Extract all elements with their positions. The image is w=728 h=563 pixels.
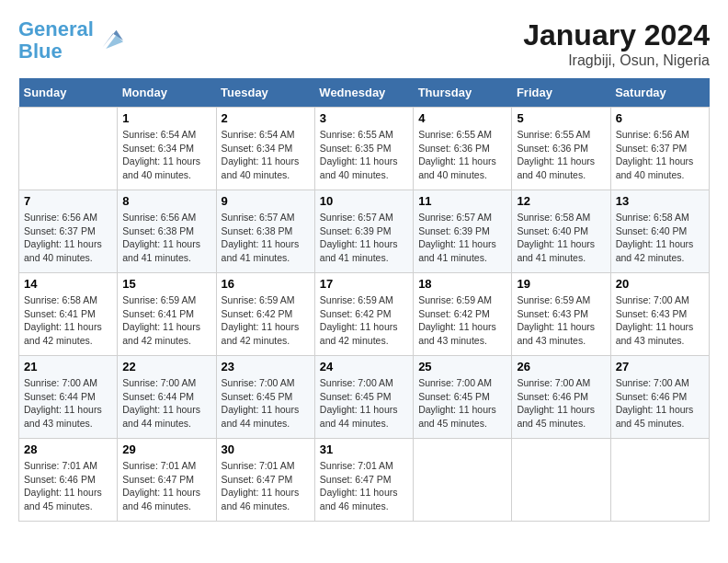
sunset-text: Sunset: 6:37 PM: [616, 142, 704, 155]
day-number: 24: [320, 360, 408, 373]
calendar-cell: 19Sunrise: 6:59 AMSunset: 6:43 PMDayligh…: [512, 273, 610, 356]
daylight-text: Daylight: 11 hours and 42 minutes.: [616, 237, 704, 264]
weekday-header-row: SundayMondayTuesdayWednesdayThursdayFrid…: [19, 78, 710, 108]
logo: General Blue: [18, 18, 123, 63]
day-number: 17: [320, 277, 408, 291]
day-number: 1: [122, 111, 210, 125]
sunset-text: Sunset: 6:38 PM: [222, 224, 310, 238]
day-info: Sunrise: 6:56 AMSunset: 6:37 PMDaylight:…: [616, 128, 704, 182]
page-header: General Blue January 2024 Iragbiji, Osun…: [18, 18, 710, 69]
daylight-text: Daylight: 11 hours and 40 minutes.: [418, 155, 506, 181]
sunset-text: Sunset: 6:45 PM: [320, 390, 408, 404]
week-row-5: 28Sunrise: 7:01 AMSunset: 6:46 PMDayligh…: [19, 439, 710, 522]
calendar-cell: 18Sunrise: 6:59 AMSunset: 6:42 PMDayligh…: [414, 273, 512, 356]
calendar-cell: 23Sunrise: 7:00 AMSunset: 6:45 PMDayligh…: [216, 356, 314, 439]
sunset-text: Sunset: 6:42 PM: [222, 307, 310, 321]
calendar-cell: 29Sunrise: 7:01 AMSunset: 6:47 PMDayligh…: [118, 439, 216, 522]
day-info: Sunrise: 6:58 AMSunset: 6:40 PMDaylight:…: [517, 211, 605, 265]
day-info: Sunrise: 6:55 AMSunset: 6:35 PMDaylight:…: [320, 128, 408, 182]
day-number: 20: [616, 277, 704, 291]
sunrise-text: Sunrise: 6:54 AM: [122, 128, 210, 142]
day-info: Sunrise: 7:00 AMSunset: 6:44 PMDaylight:…: [122, 376, 210, 431]
day-info: Sunrise: 6:59 AMSunset: 6:42 PMDaylight:…: [320, 293, 408, 348]
sunrise-text: Sunrise: 6:55 AM: [418, 128, 506, 142]
calendar-cell: 13Sunrise: 6:58 AMSunset: 6:40 PMDayligh…: [610, 190, 709, 273]
sunrise-text: Sunrise: 7:00 AM: [320, 376, 408, 390]
calendar-cell: [414, 439, 512, 522]
sunset-text: Sunset: 6:45 PM: [222, 390, 310, 404]
day-info: Sunrise: 7:00 AMSunset: 6:46 PMDaylight:…: [616, 376, 704, 431]
daylight-text: Daylight: 11 hours and 43 minutes.: [24, 403, 112, 430]
day-number: 30: [222, 442, 310, 456]
daylight-text: Daylight: 11 hours and 42 minutes.: [320, 320, 408, 347]
day-info: Sunrise: 7:00 AMSunset: 6:45 PMDaylight:…: [418, 376, 506, 431]
day-info: Sunrise: 6:54 AMSunset: 6:34 PMDaylight:…: [222, 128, 310, 182]
daylight-text: Daylight: 11 hours and 46 minutes.: [222, 486, 310, 512]
sunrise-text: Sunrise: 7:01 AM: [320, 459, 408, 473]
sunrise-text: Sunrise: 7:01 AM: [24, 459, 112, 473]
sunrise-text: Sunrise: 6:59 AM: [222, 293, 310, 307]
day-number: 16: [222, 277, 310, 291]
calendar-cell: 25Sunrise: 7:00 AMSunset: 6:45 PMDayligh…: [414, 356, 512, 439]
calendar-cell: 17Sunrise: 6:59 AMSunset: 6:42 PMDayligh…: [314, 273, 413, 356]
calendar-cell: 14Sunrise: 6:58 AMSunset: 6:41 PMDayligh…: [19, 273, 118, 356]
calendar-cell: 5Sunrise: 6:55 AMSunset: 6:36 PMDaylight…: [512, 108, 610, 190]
daylight-text: Daylight: 11 hours and 44 minutes.: [320, 403, 408, 430]
sunrise-text: Sunrise: 6:56 AM: [24, 211, 112, 224]
daylight-text: Daylight: 11 hours and 41 minutes.: [222, 237, 310, 264]
sunset-text: Sunset: 6:41 PM: [24, 307, 112, 321]
day-info: Sunrise: 6:59 AMSunset: 6:41 PMDaylight:…: [122, 293, 210, 348]
day-number: 27: [616, 360, 704, 373]
sunset-text: Sunset: 6:45 PM: [418, 390, 506, 404]
sunrise-text: Sunrise: 7:01 AM: [222, 459, 310, 473]
sunrise-text: Sunrise: 6:57 AM: [320, 211, 408, 224]
sunset-text: Sunset: 6:37 PM: [24, 224, 112, 238]
sunrise-text: Sunrise: 6:58 AM: [24, 293, 112, 307]
day-number: 9: [222, 194, 310, 208]
daylight-text: Daylight: 11 hours and 45 minutes.: [24, 486, 112, 512]
sunrise-text: Sunrise: 7:00 AM: [24, 376, 112, 390]
day-number: 28: [24, 442, 112, 456]
sunset-text: Sunset: 6:44 PM: [24, 390, 112, 404]
weekday-header-thursday: Thursday: [414, 78, 512, 108]
sunrise-text: Sunrise: 6:56 AM: [122, 211, 210, 224]
daylight-text: Daylight: 11 hours and 40 minutes.: [24, 237, 112, 264]
day-number: 14: [24, 277, 112, 291]
sunset-text: Sunset: 6:44 PM: [122, 390, 210, 404]
calendar-cell: 31Sunrise: 7:01 AMSunset: 6:47 PMDayligh…: [314, 439, 413, 522]
day-number: 23: [222, 360, 310, 373]
week-row-1: 1Sunrise: 6:54 AMSunset: 6:34 PMDaylight…: [19, 108, 710, 190]
day-info: Sunrise: 7:01 AMSunset: 6:46 PMDaylight:…: [24, 459, 112, 513]
sunset-text: Sunset: 6:35 PM: [320, 142, 408, 155]
daylight-text: Daylight: 11 hours and 41 minutes.: [320, 237, 408, 264]
sunrise-text: Sunrise: 6:59 AM: [122, 293, 210, 307]
sunset-text: Sunset: 6:34 PM: [222, 142, 310, 155]
day-number: 21: [24, 360, 112, 373]
calendar-cell: 21Sunrise: 7:00 AMSunset: 6:44 PMDayligh…: [19, 356, 118, 439]
sunset-text: Sunset: 6:43 PM: [517, 307, 605, 321]
week-row-2: 7Sunrise: 6:56 AMSunset: 6:37 PMDaylight…: [19, 190, 710, 273]
sunrise-text: Sunrise: 7:00 AM: [222, 376, 310, 390]
day-number: 31: [320, 442, 408, 456]
logo-icon: [96, 27, 123, 54]
day-number: 18: [418, 277, 506, 291]
sunrise-text: Sunrise: 7:00 AM: [418, 376, 506, 390]
day-info: Sunrise: 7:01 AMSunset: 6:47 PMDaylight:…: [320, 459, 408, 513]
calendar-cell: 20Sunrise: 7:00 AMSunset: 6:43 PMDayligh…: [610, 273, 709, 356]
day-info: Sunrise: 6:57 AMSunset: 6:39 PMDaylight:…: [320, 211, 408, 265]
weekday-header-saturday: Saturday: [610, 78, 709, 108]
day-info: Sunrise: 7:01 AMSunset: 6:47 PMDaylight:…: [222, 459, 310, 513]
calendar-cell: 24Sunrise: 7:00 AMSunset: 6:45 PMDayligh…: [314, 356, 413, 439]
day-info: Sunrise: 7:00 AMSunset: 6:44 PMDaylight:…: [24, 376, 112, 431]
calendar-cell: 8Sunrise: 6:56 AMSunset: 6:38 PMDaylight…: [118, 190, 216, 273]
sunset-text: Sunset: 6:47 PM: [222, 473, 310, 487]
daylight-text: Daylight: 11 hours and 46 minutes.: [320, 486, 408, 512]
daylight-text: Daylight: 11 hours and 42 minutes.: [122, 320, 210, 347]
sunrise-text: Sunrise: 6:54 AM: [222, 128, 310, 142]
daylight-text: Daylight: 11 hours and 44 minutes.: [122, 403, 210, 430]
day-info: Sunrise: 6:55 AMSunset: 6:36 PMDaylight:…: [517, 128, 605, 182]
sunrise-text: Sunrise: 7:00 AM: [517, 376, 605, 390]
calendar-cell: 10Sunrise: 6:57 AMSunset: 6:39 PMDayligh…: [314, 190, 413, 273]
sunset-text: Sunset: 6:46 PM: [517, 390, 605, 404]
sunrise-text: Sunrise: 7:00 AM: [616, 376, 704, 390]
